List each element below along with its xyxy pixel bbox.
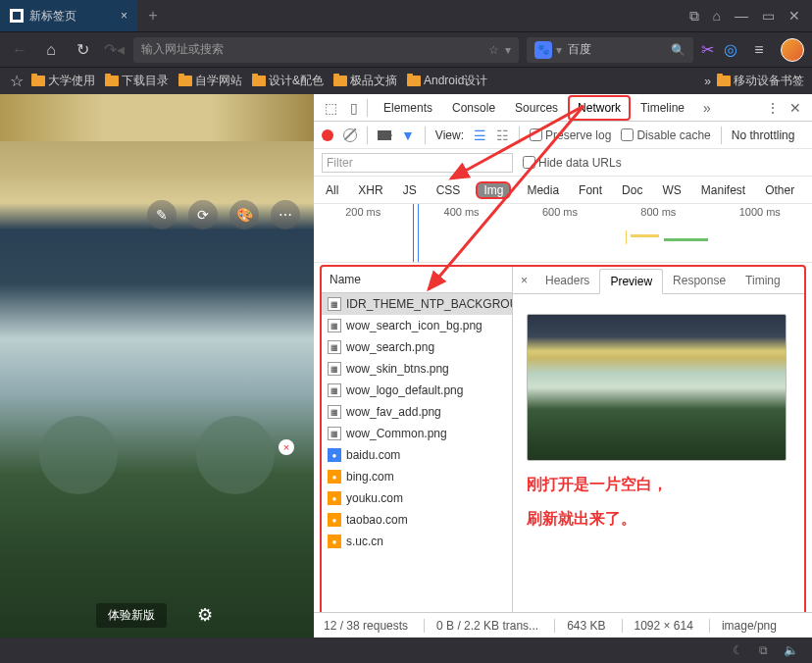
devtools-tab-elements[interactable]: Elements xyxy=(374,95,442,121)
filter-type-doc[interactable]: Doc xyxy=(618,181,646,199)
bookmark-overflow[interactable]: » xyxy=(704,75,711,88)
status-size: 643 KB xyxy=(554,619,605,633)
timeline-tick: 200 ms xyxy=(345,206,381,218)
view-large-icon[interactable]: ☷ xyxy=(496,128,509,143)
throttle-select[interactable]: No throttling xyxy=(732,128,795,142)
search-engine-dropdown-icon[interactable]: ▾ xyxy=(556,43,562,57)
restore-icon[interactable]: ⧉ xyxy=(689,8,699,25)
request-row[interactable]: ▦wow_search_icon_bg.png xyxy=(322,315,512,336)
delete-dial-icon[interactable]: × xyxy=(279,439,294,455)
filter-type-other[interactable]: Other xyxy=(761,181,798,199)
request-row[interactable]: ●baidu.com xyxy=(322,444,512,466)
filter-type-xhr[interactable]: XHR xyxy=(354,181,386,199)
more-icon[interactable]: ⋯ xyxy=(271,200,300,230)
devtools-tab-timeline[interactable]: Timeline xyxy=(631,95,694,121)
target-icon[interactable]: ◎ xyxy=(724,40,737,59)
filter-type-ws[interactable]: WS xyxy=(658,181,685,199)
search-icon[interactable]: 🔍 xyxy=(671,43,685,57)
menu-icon[interactable]: ≡ xyxy=(747,38,771,62)
star-icon[interactable]: ☆ xyxy=(488,43,499,57)
preview-tab-preview[interactable]: Preview xyxy=(599,269,663,294)
filter-toggle-icon[interactable]: ▼ xyxy=(401,128,415,143)
devtools-tab-network[interactable]: Network xyxy=(568,95,631,121)
close-icon[interactable]: × xyxy=(121,9,127,23)
clear-button[interactable] xyxy=(343,128,357,142)
bookmark-folder[interactable]: 大学使用 xyxy=(31,73,95,89)
palette-icon[interactable]: 🎨 xyxy=(229,200,259,230)
minimize-icon[interactable]: — xyxy=(735,8,748,25)
home-button[interactable]: ⌂ xyxy=(39,38,63,62)
preview-tab-response[interactable]: Response xyxy=(663,269,736,292)
bookmark-folder[interactable]: 下载目录 xyxy=(105,73,169,89)
hide-data-urls-checkbox[interactable]: Hide data URLs xyxy=(523,156,622,170)
filter-type-font[interactable]: Font xyxy=(575,181,606,199)
folder-icon xyxy=(31,76,45,86)
forward-dropdown-button[interactable]: ↷◂ xyxy=(102,38,126,62)
close-preview-icon[interactable]: × xyxy=(513,274,535,287)
request-row[interactable]: ▦wow_skin_btns.png xyxy=(322,358,512,380)
view-list-icon[interactable]: ☰ xyxy=(474,128,486,143)
filter-type-media[interactable]: Media xyxy=(523,181,563,199)
restore-icon[interactable]: ⧉ xyxy=(759,643,768,657)
request-row[interactable]: ▦IDR_THEME_NTP_BACKGROUN... xyxy=(322,293,512,315)
address-bar[interactable]: 输入网址或搜索 ☆ ▾ xyxy=(133,37,519,63)
maximize-icon[interactable]: ▭ xyxy=(762,8,775,25)
close-devtools-icon[interactable]: ✕ xyxy=(785,97,806,119)
device-toolbar-icon[interactable]: ▯ xyxy=(343,97,365,119)
devtools-tab-console[interactable]: Console xyxy=(442,95,505,121)
sound-icon[interactable]: 🔈 xyxy=(784,643,798,657)
preview-tab-timing[interactable]: Timing xyxy=(736,269,790,292)
close-window-icon[interactable]: ✕ xyxy=(788,8,800,25)
bookmark-folder[interactable]: Android设计 xyxy=(407,73,487,89)
request-favicon: ● xyxy=(328,513,341,527)
back-button[interactable]: ← xyxy=(8,38,31,62)
record-button[interactable] xyxy=(322,129,333,141)
history-icon[interactable]: ⟳ xyxy=(188,200,218,230)
filter-input[interactable]: Filter xyxy=(322,153,513,173)
preserve-log-checkbox[interactable]: Preserve log xyxy=(530,128,611,142)
tab-title: 新标签页 xyxy=(29,8,76,25)
speed-dial[interactable] xyxy=(39,416,118,494)
bookmark-folder[interactable]: 自学网站 xyxy=(178,73,242,89)
request-row[interactable]: ●bing.com xyxy=(322,466,512,487)
search-box[interactable]: 🐾 ▾ 百度 🔍 xyxy=(527,37,693,63)
name-column-header[interactable]: Name xyxy=(322,267,512,293)
devtools-tab-sources[interactable]: Sources xyxy=(505,95,568,121)
bookmark-folder[interactable]: 极品文摘 xyxy=(333,73,397,89)
bookmark-folder[interactable]: 设计&配色 xyxy=(252,73,324,89)
filter-type-css[interactable]: CSS xyxy=(432,181,465,199)
filter-type-js[interactable]: JS xyxy=(399,181,421,199)
filter-type-all[interactable]: All xyxy=(322,181,342,199)
bookmark-star-icon[interactable]: ☆ xyxy=(8,70,25,93)
network-timeline[interactable]: 200 ms400 ms600 ms800 ms1000 ms xyxy=(314,204,812,263)
filter-type-img[interactable]: Img xyxy=(476,181,511,199)
screenshot-icon[interactable] xyxy=(378,130,391,140)
devtools-menu-icon[interactable]: ⋮ xyxy=(761,97,783,119)
request-favicon: ▦ xyxy=(328,383,341,397)
reload-button[interactable]: ↻ xyxy=(71,38,94,62)
request-row[interactable]: ●taobao.com xyxy=(322,509,512,531)
browser-tab[interactable]: 新标签页 × xyxy=(0,0,137,31)
edit-icon[interactable]: ✎ xyxy=(147,200,177,230)
mobile-bookmarks-folder[interactable]: 移动设备书签 xyxy=(717,73,804,89)
try-new-version-button[interactable]: 体验新版 xyxy=(96,603,167,628)
shirt-icon[interactable]: ⌂ xyxy=(713,8,721,25)
inspect-element-icon[interactable]: ⬚ xyxy=(320,97,341,119)
disable-cache-checkbox[interactable]: Disable cache xyxy=(621,128,710,142)
avatar[interactable] xyxy=(781,38,804,62)
request-row[interactable]: ▦wow_search.png xyxy=(322,336,512,358)
dropdown-icon[interactable]: ▾ xyxy=(505,43,511,57)
request-row[interactable]: ▦wow_Common.png xyxy=(322,423,512,444)
request-row[interactable]: ▦wow_fav_add.png xyxy=(322,401,512,423)
moon-icon[interactable]: ☾ xyxy=(733,643,743,657)
scissors-icon[interactable]: ✂ xyxy=(701,40,714,59)
overflow-tabs-icon[interactable]: » xyxy=(696,97,718,119)
request-row[interactable]: ●youku.com xyxy=(322,487,512,509)
request-row[interactable]: ●s.uc.cn xyxy=(322,531,512,552)
request-row[interactable]: ▦wow_logo_default.png xyxy=(322,380,512,401)
preview-tab-headers[interactable]: Headers xyxy=(535,269,599,292)
filter-type-manifest[interactable]: Manifest xyxy=(697,181,749,199)
gear-icon[interactable]: ⚙ xyxy=(192,602,218,628)
new-tab-button[interactable]: + xyxy=(137,0,169,31)
speed-dial[interactable] xyxy=(196,416,275,494)
